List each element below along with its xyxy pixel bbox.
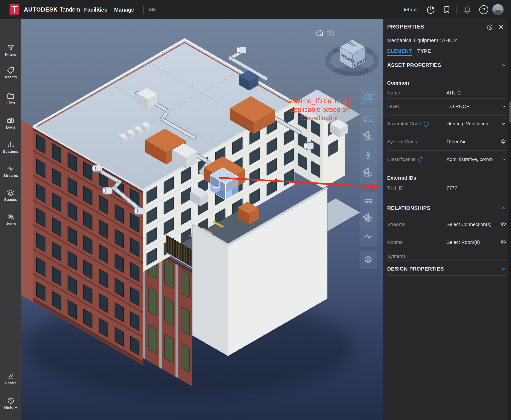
users-icon bbox=[7, 213, 15, 221]
annotation-note: Maximo_ID no longer applicable based on … bbox=[271, 97, 369, 122]
panel-title: PROPERTIES bbox=[387, 23, 424, 30]
tab-element[interactable]: ELEMENT bbox=[387, 48, 412, 54]
relationship-row-systems: Systems bbox=[387, 252, 507, 260]
sidebar-item-users[interactable]: Users bbox=[0, 213, 21, 232]
section-asset-properties[interactable]: ASSET PROPERTIES bbox=[387, 61, 507, 70]
view-cube[interactable]: N W S E TOP FRONT RIGHT bbox=[309, 25, 383, 86]
snapshot-camera-icon[interactable] bbox=[327, 30, 333, 36]
sidebar-item-charts[interactable]: Charts bbox=[0, 372, 21, 391]
system-class-gear-icon[interactable] bbox=[500, 139, 507, 145]
classification-info-icon[interactable] bbox=[418, 157, 423, 162]
user-avatar[interactable] bbox=[492, 4, 503, 15]
classification-value[interactable]: Administrative, comm bbox=[447, 155, 493, 163]
notifications-bell-icon[interactable] bbox=[463, 5, 472, 14]
bookmark-icon[interactable] bbox=[442, 5, 451, 14]
rooms-gear-icon[interactable] bbox=[500, 239, 507, 245]
property-row-test-id: Test_ID 7777 bbox=[387, 184, 507, 192]
property-history-icon[interactable] bbox=[486, 23, 493, 30]
level-dropdown-chevron-icon[interactable] bbox=[501, 104, 506, 109]
first-person-button[interactable] bbox=[360, 146, 377, 165]
panel-scrollbar-thumb[interactable] bbox=[509, 101, 511, 123]
system-class-value[interactable]: Other Air bbox=[447, 137, 466, 146]
nav-manage[interactable]: Manage bbox=[114, 0, 134, 19]
section-relationships[interactable]: RELATIONSHIPS bbox=[387, 204, 507, 213]
sidebar-item-assets[interactable]: Assets bbox=[0, 66, 21, 85]
assembly-code-info-icon[interactable] bbox=[424, 122, 429, 127]
level-value[interactable]: T.O.ROOF bbox=[447, 102, 469, 111]
nav-facilities[interactable]: Facilities bbox=[84, 0, 107, 19]
foreground-block-left-face bbox=[192, 225, 228, 356]
tab-type[interactable]: TYPE bbox=[417, 48, 431, 54]
left-sidebar: Filters Assets Files Docs Systems Stream… bbox=[0, 19, 21, 420]
sidebar-item-spaces[interactable]: Spaces bbox=[0, 189, 21, 208]
sidebar-item-history[interactable]: History bbox=[0, 397, 21, 415]
panel-scrollbar[interactable] bbox=[508, 19, 511, 420]
filter-funnel-icon bbox=[7, 44, 15, 52]
sidebar-item-files[interactable]: Files bbox=[0, 92, 21, 111]
collapse-chevron-icon[interactable] bbox=[501, 62, 507, 68]
dashboard-pie-icon[interactable] bbox=[427, 5, 436, 14]
property-row-classification: Classification Administrative, comm bbox=[387, 155, 507, 163]
building-left-return-wall bbox=[21, 120, 33, 302]
section-design-properties[interactable]: DESIGN PROPERTIES bbox=[387, 264, 507, 273]
topbar-divider-2 bbox=[456, 6, 457, 14]
classification-dropdown-chevron-icon[interactable] bbox=[501, 157, 506, 162]
property-row-system-class: System Class Other Air bbox=[387, 137, 507, 146]
test-id-value[interactable]: 7777 bbox=[447, 184, 457, 192]
view-selector[interactable]: Default bbox=[401, 0, 418, 19]
charts-icon bbox=[7, 372, 15, 380]
relationship-row-streams: Streams Select Connection(s) bbox=[387, 220, 507, 228]
property-row-assembly-code: Assembly Code Heating, Ventilation… bbox=[387, 120, 507, 128]
assembly-code-dropdown-chevron-icon[interactable] bbox=[501, 121, 506, 126]
collapse-chevron-icon[interactable] bbox=[501, 205, 507, 211]
app-root: AUTODESK Tandem Facilities Manage Mill D… bbox=[0, 0, 511, 420]
group-common: Common bbox=[387, 80, 409, 86]
panels-layout-button[interactable] bbox=[360, 89, 377, 105]
selected-element-title: Mechanical Equipment : AHU 2 bbox=[387, 38, 457, 43]
camera-view-button[interactable] bbox=[360, 165, 377, 183]
property-row-name: Name AHU 2 bbox=[387, 89, 507, 97]
top-bar: AUTODESK Tandem Facilities Manage Mill D… bbox=[0, 0, 511, 19]
properties-panel: PROPERTIES Mechanical Equipment : AHU 2 … bbox=[383, 19, 511, 420]
sidebar-item-streams[interactable]: Streams bbox=[0, 165, 21, 184]
panel-tabs: ELEMENT TYPE bbox=[383, 48, 511, 57]
rooms-select-rooms[interactable]: Select Room(s) bbox=[447, 238, 480, 246]
sidebar-item-filters[interactable]: Filters bbox=[0, 44, 21, 62]
brand: AUTODESK Tandem bbox=[24, 0, 80, 19]
expand-chevron-icon[interactable] bbox=[501, 266, 507, 272]
home-icon[interactable] bbox=[316, 30, 323, 36]
brand-autodesk: AUTODESK bbox=[24, 6, 58, 13]
name-value[interactable]: AHU 2 bbox=[447, 89, 461, 97]
viewport-3d[interactable]: Maximo_ID no longer applicable based on … bbox=[21, 19, 383, 420]
streams-select-connections[interactable]: Select Connection(s) bbox=[447, 220, 491, 228]
orbit-button[interactable] bbox=[360, 128, 377, 146]
docs-icon bbox=[7, 117, 15, 124]
streams-gear-icon[interactable] bbox=[500, 221, 507, 227]
property-row-level: Level T.O.ROOF bbox=[387, 102, 507, 111]
asset-tag-icon bbox=[7, 66, 15, 74]
brand-tandem: Tandem bbox=[60, 6, 80, 13]
signal-stream-button[interactable] bbox=[360, 228, 377, 245]
sidebar-item-docs[interactable]: Docs bbox=[0, 117, 21, 135]
facility-name: Mill bbox=[149, 0, 156, 19]
streams-pulse-icon bbox=[7, 165, 15, 173]
help-icon[interactable] bbox=[479, 5, 488, 14]
sidebar-item-systems[interactable]: Systems bbox=[0, 141, 21, 159]
topbar-divider bbox=[143, 6, 144, 14]
viewport-settings-button[interactable] bbox=[360, 251, 377, 269]
marquee-select-button[interactable] bbox=[360, 110, 377, 128]
tandem-logo-icon[interactable] bbox=[7, 3, 20, 16]
section-box-button[interactable] bbox=[360, 210, 377, 228]
relationship-row-rooms: Rooms Select Room(s) bbox=[387, 238, 507, 246]
group-external-ids: External IDs bbox=[387, 175, 416, 181]
assembly-code-value[interactable]: Heating, Ventilation… bbox=[447, 120, 493, 128]
systems-tree-icon bbox=[7, 141, 15, 149]
history-clock-icon bbox=[7, 397, 15, 405]
folder-icon bbox=[7, 92, 15, 100]
spaces-layers-icon bbox=[7, 189, 15, 197]
close-panel-icon[interactable] bbox=[498, 23, 505, 30]
measure-button[interactable] bbox=[360, 193, 377, 210]
